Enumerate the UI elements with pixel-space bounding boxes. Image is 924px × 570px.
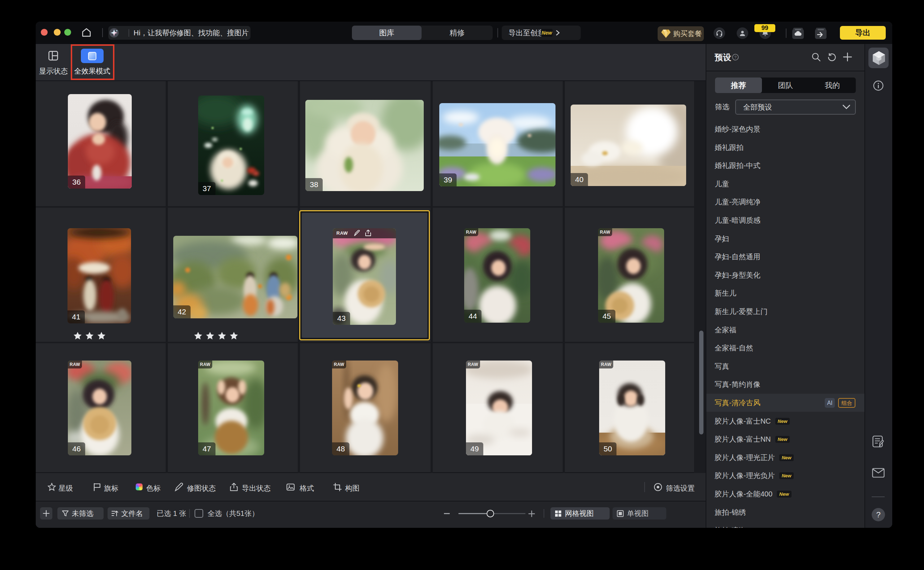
svg-text:?: ? [734,55,736,60]
